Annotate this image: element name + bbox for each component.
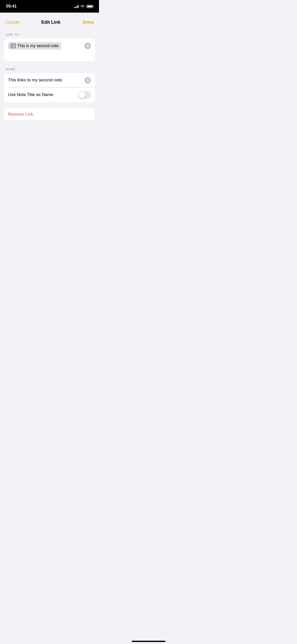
link-chip-text: This is my second note xyxy=(17,44,59,48)
status-icons xyxy=(74,5,94,8)
nav-area: Cancel Edit Link Done xyxy=(0,13,99,28)
link-to-card: This is my second note ✕ xyxy=(4,39,95,61)
toggle-knob xyxy=(79,91,85,98)
main-content: LINK TO This is my second note ✕ N xyxy=(0,28,99,120)
link-to-row: This is my second note ✕ xyxy=(8,42,91,50)
nav-bar: Cancel Edit Link Done xyxy=(0,17,99,28)
page-title: Edit Link xyxy=(41,20,60,25)
clear-link-button[interactable]: ✕ xyxy=(84,43,91,49)
name-input[interactable]: This links to my second note xyxy=(8,78,84,83)
clear-name-button[interactable]: ✕ xyxy=(84,77,91,84)
link-chip[interactable]: This is my second note xyxy=(8,42,61,50)
status-time: 09:41 xyxy=(6,4,17,9)
link-to-inner: This is my second note ✕ xyxy=(4,39,95,61)
remove-link-button[interactable]: Remove Link xyxy=(8,112,33,117)
use-note-title-toggle[interactable] xyxy=(78,91,91,99)
clear-name-icon: ✕ xyxy=(86,79,89,82)
signal-icon xyxy=(74,5,79,8)
cancel-button[interactable]: Cancel xyxy=(5,20,19,25)
name-card: This links to my second note ✕ Use Note … xyxy=(4,73,95,102)
remove-link-row: Remove Link xyxy=(4,108,95,120)
link-to-section-label: LINK TO xyxy=(4,33,95,37)
note-icon xyxy=(11,44,16,48)
remove-link-card: Remove Link xyxy=(4,108,95,120)
battery-icon xyxy=(86,5,94,8)
clear-icon: ✕ xyxy=(86,44,89,48)
status-bar: 09:41 xyxy=(0,0,99,13)
name-row: This links to my second note ✕ xyxy=(4,73,95,87)
toggle-label: Use Note Title as Name xyxy=(8,92,53,97)
wifi-icon xyxy=(80,5,85,8)
toggle-row: Use Note Title as Name xyxy=(4,87,95,102)
done-button[interactable]: Done xyxy=(83,20,94,25)
name-section-label: NAME xyxy=(4,67,95,71)
